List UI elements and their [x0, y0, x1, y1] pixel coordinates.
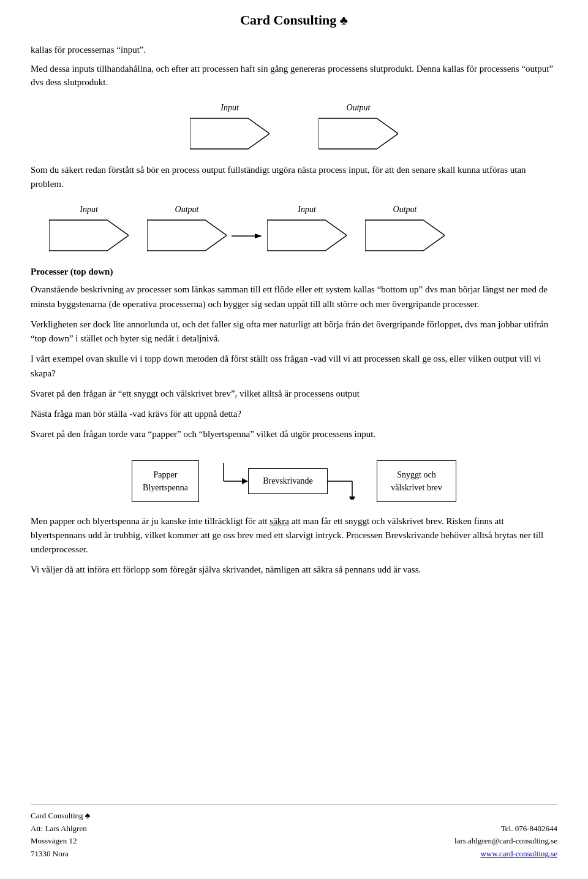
diagram2-output2: Output — [365, 205, 445, 254]
svg-marker-13 — [349, 497, 355, 500]
diagram2-output2-label: Output — [393, 205, 417, 215]
bottom-input-line1: Papper — [142, 468, 189, 481]
diagram1-output-arrow — [318, 115, 398, 152]
section-para4: Svaret på den frågan är “ett snyggt och … — [31, 387, 557, 401]
diagram2-input1-arrow — [49, 217, 129, 254]
footer-postal: 71330 Nora — [31, 848, 90, 861]
diagram1-input: Input — [190, 103, 270, 152]
bottom-arrow1-svg — [199, 463, 248, 500]
footer-right: Tel. 076-8402644 lars.ahlgren@card-consu… — [454, 823, 557, 861]
intro-line1: kallas för processernas “input”. — [31, 43, 557, 57]
bottom-process-box: Brevskrivande — [248, 468, 328, 494]
svg-marker-6 — [267, 220, 347, 251]
diagram-2: Input Output Input Output — [31, 205, 557, 254]
section-para6: Svaret på den frågan torde vara “papper”… — [31, 427, 557, 441]
diagram1-input-label: Input — [221, 103, 239, 113]
intro-line2: Med dessa inputs tillhandahållna, och ef… — [31, 62, 557, 89]
section-para5: Nästa fråga man bör ställa -vad krävs fö… — [31, 407, 557, 421]
section-para1: Ovanstående beskrivning av processer som… — [31, 283, 557, 311]
footer-email: lars.ahlgren@card-consulting.se — [454, 835, 557, 848]
section-title-text: Processer (top down) — [31, 267, 113, 276]
footer-website[interactable]: www.card-consulting.se — [480, 849, 557, 858]
bottom-input-box: Papper Blyertspenna — [132, 460, 199, 502]
svg-marker-7 — [365, 220, 445, 251]
svg-marker-3 — [147, 220, 227, 251]
bottom-arrow2-container — [328, 463, 377, 500]
diagram1-output: Output — [318, 103, 398, 152]
diagram2-output2-arrow — [365, 217, 445, 254]
bottom-arrow1-container — [199, 463, 248, 500]
diagram2-input2: Input — [267, 205, 347, 254]
diagram1-output-label: Output — [347, 103, 371, 113]
diagram2-input1: Input — [49, 205, 129, 254]
club-icon: ♣ — [340, 13, 348, 27]
footer-att: Att: Lars Ahlgren — [31, 823, 90, 835]
diagram2-input2-arrow — [267, 217, 347, 254]
page-header: Card Consulting ♣ — [31, 12, 557, 32]
bottom-input-line2: Blyertspenna — [142, 481, 189, 494]
diagram2-output1: Output — [147, 205, 227, 254]
footer-tel-label: Tel. — [501, 824, 513, 833]
diagram2-output1-label: Output — [175, 205, 199, 215]
bottom-output-line2: välskrivet brev — [387, 481, 446, 494]
footer-tel: 076-8402644 — [515, 824, 557, 833]
diagram1-input-arrow — [190, 115, 270, 152]
h-connector-arrow — [232, 232, 262, 240]
closing-para1: Men papper och blyertspenna är ju kanske… — [31, 514, 557, 557]
page-footer: Card Consulting ♣ Att: Lars Ahlgren Moss… — [31, 804, 557, 861]
bottom-process-label: Brevskrivande — [261, 476, 315, 486]
section-para3: I vårt exempel ovan skulle vi i topp dow… — [31, 352, 557, 381]
diagram-1: Input Output — [31, 103, 557, 152]
closing-para2: Vi väljer då att införa ett förlopp som … — [31, 563, 557, 577]
diagram2-input2-label: Input — [298, 205, 316, 215]
diagram2-output1-arrow — [147, 217, 227, 254]
section-para2: Verkligheten ser dock lite annorlunda ut… — [31, 318, 557, 346]
bottom-output-line1: Snyggt och — [387, 468, 446, 481]
page-title: Card Consulting — [240, 12, 336, 28]
footer-address: Mossvägen 12 — [31, 835, 90, 848]
bottom-output-box: Snyggt och välskrivet brev — [377, 460, 456, 502]
svg-marker-2 — [49, 220, 129, 251]
text-between-diagrams: Som du säkert redan förstått så bör en p… — [31, 163, 557, 192]
section-title: Processer (top down) — [31, 265, 557, 279]
footer-left: Card Consulting ♣ Att: Lars Ahlgren Moss… — [31, 810, 90, 861]
footer-brand: Card Consulting ♣ — [31, 810, 90, 823]
closing-para1-prefix: Men papper och blyertspenna är ju kanske… — [31, 516, 270, 526]
svg-marker-5 — [255, 234, 262, 238]
footer-tel-row: Tel. 076-8402644 — [454, 823, 557, 835]
bottom-arrow2-svg — [328, 463, 377, 500]
closing-underline-word: säkra — [270, 516, 289, 526]
footer-website-link[interactable]: www.card-consulting.se — [454, 848, 557, 861]
diagram2-input1-label: Input — [80, 205, 98, 215]
svg-marker-1 — [318, 118, 398, 149]
svg-marker-10 — [242, 478, 248, 484]
svg-marker-0 — [190, 118, 270, 149]
bottom-diagram: Papper Blyertspenna Brevskrivande Snyggt… — [31, 460, 557, 502]
